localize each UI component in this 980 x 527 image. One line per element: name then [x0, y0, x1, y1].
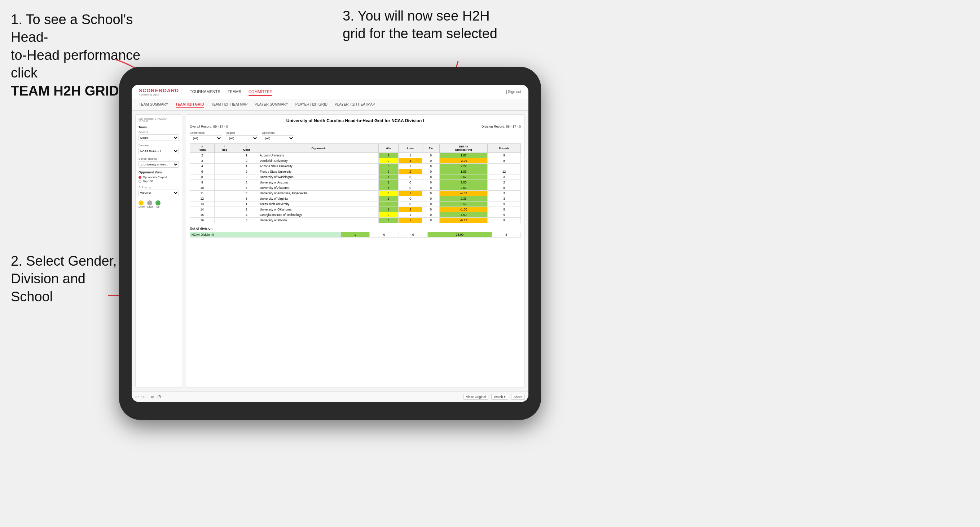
- view-original-button[interactable]: View: Original: [463, 394, 488, 400]
- cell-win: 1: [379, 180, 399, 185]
- cell-rank: 8: [190, 175, 215, 180]
- cell-conf: 2: [235, 207, 258, 212]
- cell-rounds: 8: [488, 185, 521, 191]
- out-div-tie: 0: [399, 232, 428, 238]
- region-select[interactable]: (All): [226, 135, 258, 141]
- cell-conf: 3: [235, 218, 258, 223]
- opponent-label: Opponent: [262, 131, 294, 135]
- subnav-player-h2h-heatmap[interactable]: PLAYER H2H HEATMAP: [335, 101, 375, 108]
- redo-icon[interactable]: ↪: [142, 395, 145, 399]
- subnav-player-summary[interactable]: PLAYER SUMMARY: [255, 101, 288, 108]
- cell-conf: 3: [235, 196, 258, 202]
- opponent-filter: Opponent (All): [262, 131, 294, 141]
- logo-area: SCOREBOARD Powered by clippi: [139, 87, 179, 96]
- cell-conf: 1: [235, 153, 258, 158]
- subnav-team-h2h-grid[interactable]: TEAM H2H GRID: [176, 101, 204, 108]
- region-label: Region: [226, 131, 258, 135]
- cell-diff: 5.56: [440, 202, 488, 207]
- division-select[interactable]: NCAA Division I: [138, 148, 179, 154]
- cell-reg: [214, 218, 235, 223]
- legend-down-dot: [138, 200, 143, 205]
- cell-rounds: [488, 163, 521, 169]
- cell-loss: 0: [399, 180, 422, 185]
- undo-icon[interactable]: ↩: [135, 395, 138, 399]
- cell-rounds: 9: [488, 202, 521, 207]
- cell-conf: 4: [235, 212, 258, 218]
- cell-conf: 5: [235, 185, 258, 191]
- zoom-icon[interactable]: ⊕: [151, 395, 154, 399]
- cell-conf: 1: [235, 163, 258, 169]
- cell-opponent: Texas Tech University: [258, 202, 379, 207]
- legend-down: Down: [138, 200, 145, 208]
- nav-teams[interactable]: TEAMS: [228, 88, 241, 96]
- cell-rounds: 9: [488, 218, 521, 223]
- opponent-view-title: Opponent View: [138, 170, 179, 174]
- ann3-line1: 3. You will now see H2H: [343, 8, 490, 24]
- nav-tournaments[interactable]: TOURNAMENTS: [190, 88, 220, 96]
- cell-reg: [214, 169, 235, 175]
- subnav-team-h2h-heatmap[interactable]: TEAM H2H HEATMAP: [211, 101, 247, 108]
- clock-icon[interactable]: ⏱: [157, 395, 161, 399]
- opponent-select[interactable]: (All): [262, 135, 294, 141]
- cell-diff: -4.33: [440, 191, 488, 196]
- radio-opponents-played[interactable]: Opponents Played: [138, 176, 179, 179]
- cell-loss: 1: [399, 218, 422, 223]
- cell-reg: [214, 191, 235, 196]
- cell-rounds: 9: [488, 207, 521, 212]
- school-select[interactable]: 1. University of Nort...: [138, 161, 179, 168]
- logo-text: SCOREBOARD: [139, 87, 179, 94]
- cell-tie: 0: [422, 153, 439, 158]
- radio-dot-opponents: [138, 176, 142, 179]
- cell-conf: 2: [235, 175, 258, 180]
- cell-tie: 0: [422, 196, 439, 202]
- cell-opponent: University of Washington: [258, 175, 379, 180]
- cell-rank: 2: [190, 153, 215, 158]
- cell-conf: 6: [235, 191, 258, 196]
- ann2-line3: School: [11, 289, 52, 304]
- last-updated: Last Updated: 27/03/202416:55:38: [138, 117, 179, 122]
- col-rank: #Rank: [190, 144, 215, 153]
- sign-out[interactable]: | Sign out: [506, 90, 521, 94]
- subnav-player-h2h-grid[interactable]: PLAYER H2H GRID: [295, 101, 328, 108]
- table-row: 12 3 University of Virginia 1 0 0 2.33 3: [190, 196, 521, 202]
- grid-title: University of North Carolina Head-to-Hea…: [190, 118, 521, 123]
- cell-rounds: 3: [488, 191, 521, 196]
- cell-tie: 0: [422, 202, 439, 207]
- cell-loss: 0: [399, 196, 422, 202]
- cell-reg: [214, 175, 235, 180]
- cell-diff: 2.33: [440, 196, 488, 202]
- cell-rounds: 12: [488, 169, 521, 175]
- cell-win: 3: [379, 185, 399, 191]
- filters-row: Conference (All) Region (All) Opponent: [190, 131, 521, 141]
- radio-top100[interactable]: Top 100: [138, 179, 179, 183]
- cell-rank: 16: [190, 218, 215, 223]
- ann1-line2: to-Head performance click: [11, 48, 140, 80]
- conference-select[interactable]: (All): [190, 135, 222, 141]
- out-div-name: NCAA Division II: [190, 232, 341, 238]
- cell-reg: [214, 163, 235, 169]
- toolbar: ↩ ↪ | ⊕ ⏱ View: Original Watch ▾ Share: [132, 392, 528, 402]
- share-button[interactable]: Share: [511, 394, 525, 400]
- opponent-view-radios: Opponents Played Top 100: [138, 176, 179, 183]
- cell-rank: 11: [190, 191, 215, 196]
- cell-win: 2: [379, 169, 399, 175]
- cell-win: 0: [379, 158, 399, 163]
- table-row: 10 5 University of Alabama 3 0 0 2.61 8: [190, 185, 521, 191]
- watch-button[interactable]: Watch ▾: [491, 394, 508, 400]
- table-row: 8 2 University of Washington 1 0 0 3.67 …: [190, 175, 521, 180]
- cell-diff: 1.83: [440, 169, 488, 175]
- cell-loss: 0: [399, 175, 422, 180]
- cell-win: 1: [379, 196, 399, 202]
- cell-tie: 0: [422, 191, 439, 196]
- cell-opponent: Auburn University: [258, 153, 379, 158]
- table-row: 11 6 University of Arkansas, Fayettevill…: [190, 191, 521, 196]
- tablet-screen: SCOREBOARD Powered by clippi TOURNAMENTS…: [132, 85, 528, 402]
- overall-record: Overall Record: 89 - 17 - 0: [190, 125, 228, 128]
- cell-loss: 2: [399, 169, 422, 175]
- nav-committee[interactable]: COMMITTEE: [248, 88, 272, 96]
- subnav-team-summary[interactable]: TEAM SUMMARY: [139, 101, 169, 108]
- gender-select[interactable]: Men's: [138, 135, 179, 141]
- cell-rounds: 2: [488, 180, 521, 185]
- colour-select[interactable]: Win/loss: [138, 190, 179, 196]
- grid-records: Overall Record: 89 - 17 - 0 Division Rec…: [190, 125, 521, 128]
